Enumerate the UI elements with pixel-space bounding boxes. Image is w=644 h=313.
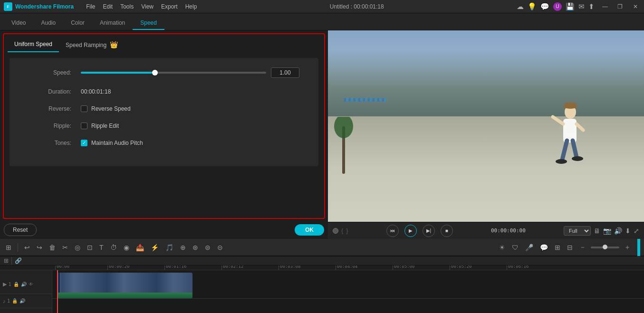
- reverse-checkbox[interactable]: [81, 105, 87, 112]
- toolbar-caption-icon[interactable]: 💬: [538, 242, 550, 253]
- toolbar-brightness-icon[interactable]: ☀: [497, 242, 507, 253]
- toolbar-grid-icon[interactable]: ⊞: [4, 242, 13, 253]
- tab-speed[interactable]: Speed: [133, 17, 164, 30]
- toolbar-crop-icon[interactable]: ⊡: [85, 242, 95, 253]
- toolbar-undo-icon[interactable]: ↩: [22, 242, 32, 253]
- stop-button[interactable]: ■: [441, 225, 453, 237]
- close-button[interactable]: ✕: [631, 3, 640, 10]
- volume-icon[interactable]: 🔊: [614, 227, 622, 235]
- timeline-link-icon[interactable]: 🔗: [14, 256, 23, 265]
- speed-row: Speed: 1.00: [29, 67, 299, 78]
- playhead[interactable]: [57, 270, 58, 313]
- slider-thumb[interactable]: [152, 70, 158, 76]
- toolbar-audio2-icon[interactable]: 🎵: [163, 242, 175, 253]
- sun-icon[interactable]: 💡: [528, 2, 537, 11]
- tones-checkbox[interactable]: ✓: [81, 140, 87, 146]
- mail-icon[interactable]: ✉: [578, 2, 585, 11]
- menu-file[interactable]: File: [86, 3, 95, 10]
- property-tabs: Video Audio Color Animation Speed: [0, 13, 644, 30]
- toolbar-text-icon[interactable]: T: [97, 242, 106, 253]
- toolbar-pip-icon[interactable]: ⊟: [565, 242, 575, 253]
- track-labels: ▶ 1 🔒 🔊 👁 ♪ 1 🔒 🔊: [0, 270, 52, 313]
- toolbar-split-icon[interactable]: ⊕: [178, 242, 188, 253]
- video-lock-icon[interactable]: 🔒: [13, 282, 19, 287]
- toolbar-record-icon[interactable]: ◉: [122, 242, 131, 253]
- toolbar-zoom-out-icon[interactable]: －: [577, 242, 588, 253]
- tones-checkbox-wrap[interactable]: ✓ Maintain Audio Pitch: [81, 140, 299, 146]
- svg-point-7: [572, 156, 583, 161]
- crown-icon: 👑: [110, 41, 118, 48]
- toolbar-mosaic-icon[interactable]: ⊞: [553, 242, 562, 253]
- playback-position: { }: [333, 227, 348, 234]
- tab-uniform-speed[interactable]: Uniform Speed: [8, 38, 59, 52]
- titlebar: F Wondershare Filmora File Edit Tools Vi…: [0, 0, 644, 13]
- menu-help[interactable]: Help: [185, 3, 197, 10]
- menu-tools[interactable]: Tools: [120, 3, 134, 10]
- timeline-add-icon[interactable]: ⊞: [3, 256, 10, 265]
- user-avatar[interactable]: U: [553, 2, 562, 11]
- bracket-right: }: [346, 227, 348, 234]
- tab-animation[interactable]: Animation: [92, 17, 133, 30]
- menu-export[interactable]: Export: [161, 3, 178, 10]
- playback-controls: ⏮ ▶ ▶| ■: [386, 225, 453, 237]
- speed-slider[interactable]: [81, 72, 266, 74]
- content-area: Uniform Speed Speed Ramping 👑 Speed:: [0, 30, 644, 239]
- toolbar-copy-icon[interactable]: ◎: [73, 242, 82, 253]
- step-forward-button[interactable]: ▶|: [423, 225, 435, 237]
- app-logo: F: [4, 2, 12, 11]
- ok-button[interactable]: OK: [295, 224, 324, 236]
- menu-view[interactable]: View: [141, 3, 154, 10]
- toolbar-transition-icon[interactable]: ⊛: [191, 242, 200, 253]
- zoom-slider[interactable]: [591, 247, 619, 248]
- svg-line-4: [562, 141, 567, 160]
- video-eye-icon[interactable]: 👁: [29, 282, 33, 287]
- toolbar-redo-icon[interactable]: ↪: [35, 242, 44, 253]
- tab-speed-ramping[interactable]: Speed Ramping 👑: [59, 38, 125, 52]
- toolbar-delete-icon[interactable]: 🗑: [47, 242, 58, 253]
- tab-video[interactable]: Video: [4, 17, 33, 30]
- screenshot-icon[interactable]: 🖥: [594, 227, 600, 235]
- step-back-button[interactable]: ⏮: [386, 225, 399, 237]
- speed-tabs: Uniform Speed Speed Ramping 👑: [8, 38, 320, 52]
- action-buttons-row: Reset OK: [0, 222, 328, 239]
- menu-edit[interactable]: Edit: [103, 3, 113, 10]
- toolbar-mic-icon[interactable]: 🎤: [523, 242, 535, 253]
- duration-row: Duration: 00:00:01:18: [29, 88, 299, 95]
- download-icon[interactable]: ⬇: [625, 227, 631, 235]
- save-icon[interactable]: 💾: [566, 2, 575, 11]
- ripple-checkbox[interactable]: [81, 123, 87, 129]
- camera-icon[interactable]: 📷: [603, 227, 611, 235]
- video-volume-icon[interactable]: 🔊: [21, 282, 27, 287]
- ruler-03:08: 00:03:08: [279, 266, 336, 270]
- tab-audio[interactable]: Audio: [33, 17, 63, 30]
- minimize-button[interactable]: —: [600, 3, 610, 10]
- toolbar-filter-icon[interactable]: ⊜: [203, 242, 212, 253]
- ripple-checkbox-wrap[interactable]: Ripple Edit: [81, 123, 299, 129]
- toolbar-effect-icon[interactable]: ⊝: [215, 242, 225, 253]
- maximize-button[interactable]: ❐: [615, 3, 625, 10]
- speed-input[interactable]: 1.00: [271, 67, 299, 78]
- left-wrapper: Uniform Speed Speed Ramping 👑 Speed:: [0, 30, 328, 239]
- audio-volume-icon[interactable]: 🔊: [19, 298, 25, 304]
- tab-color[interactable]: Color: [63, 17, 92, 30]
- app-root: F Wondershare Filmora File Edit Tools Vi…: [0, 0, 644, 313]
- toolbar-zoom-in-icon[interactable]: ＋: [622, 242, 633, 253]
- toolbar-cut-icon[interactable]: ✂: [60, 242, 70, 253]
- toolbar-export2-icon[interactable]: 📤: [134, 242, 146, 253]
- chat-icon[interactable]: 💬: [540, 2, 549, 11]
- reset-button[interactable]: Reset: [4, 224, 37, 236]
- expand-icon[interactable]: ⤢: [634, 227, 639, 235]
- toolbar-speed-icon[interactable]: ⚡: [149, 242, 161, 253]
- play-button[interactable]: ▶: [404, 225, 417, 237]
- audio-lock-icon[interactable]: 🔒: [12, 298, 18, 304]
- zoom-select[interactable]: Full 50% 25%: [564, 226, 591, 236]
- zoom-slider-thumb[interactable]: [603, 245, 607, 249]
- video-track-num: 1: [9, 282, 11, 287]
- video-track-icon: ▶: [3, 281, 7, 287]
- tones-row: Tones: ✓ Maintain Audio Pitch: [29, 140, 299, 146]
- toolbar-shield-icon[interactable]: 🛡: [510, 242, 520, 253]
- export-icon[interactable]: ⬆: [588, 2, 595, 11]
- toolbar-timer-icon[interactable]: ⏱: [108, 242, 119, 253]
- cloud-icon[interactable]: ☁: [517, 2, 524, 11]
- reverse-checkbox-wrap[interactable]: Reverse Speed: [81, 105, 299, 112]
